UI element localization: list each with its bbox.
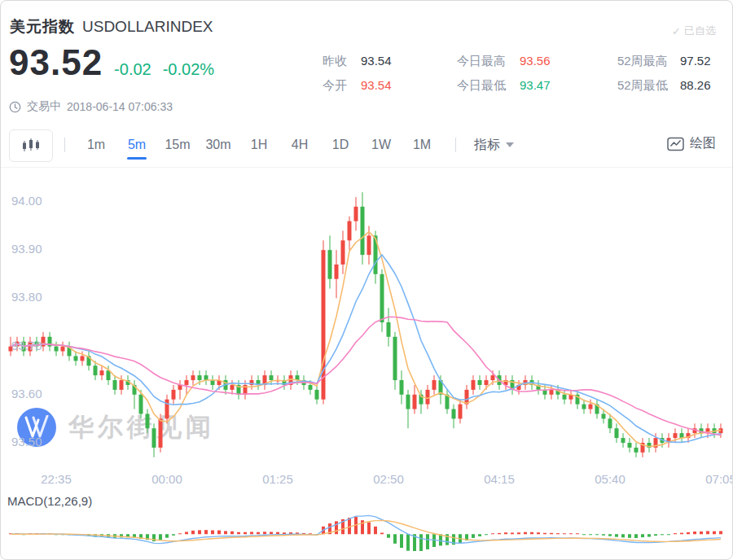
toolbar: 1m5m15m30m1H4H1D1W1M 指标	[76, 129, 514, 160]
x-axis-label: 01:25	[262, 472, 293, 486]
x-axis-label: 22:35	[41, 472, 72, 486]
stat-52周最高: 52周最高97.52	[617, 49, 711, 73]
toolbar-divider	[64, 138, 65, 152]
macd-lines	[11, 515, 721, 543]
last-price: 93.52	[9, 45, 103, 81]
stat-今开: 今开93.54	[323, 73, 392, 98]
price-chart-area[interactable]: 华尔街见闻 94.0093.9093.8093.7093.6093.50	[1, 167, 733, 470]
stat-value: 88.26	[680, 78, 711, 92]
indicator-dropdown[interactable]: 指标	[474, 137, 514, 154]
stat-今日最低: 今日最低93.47	[457, 73, 551, 98]
check-icon: ✓	[672, 25, 681, 37]
stat-label: 52周最高	[617, 49, 680, 73]
toolbar-divider	[455, 138, 456, 152]
stat-昨收: 昨收93.54	[323, 49, 392, 73]
stat-label: 昨收	[323, 49, 361, 73]
stat-label: 52周最低	[617, 73, 680, 98]
draw-icon	[667, 137, 684, 151]
y-axis-label: 93.70	[11, 339, 42, 352]
stat-value: 93.47	[520, 78, 551, 92]
y-axis-label: 93.80	[11, 290, 42, 304]
interval-group: 1m5m15m30m1H4H1D1W1M	[76, 138, 442, 152]
ma5-line	[11, 232, 721, 447]
y-axis-label: 94.00	[11, 194, 42, 208]
app-frame: 美元指数USDOLLARINDEX ✓ 已自选 93.52 -0.02 -0.0…	[0, 0, 733, 560]
caret-down-icon	[506, 142, 514, 147]
interval-1W[interactable]: 1W	[361, 138, 402, 152]
stat-column: 昨收93.54今开93.54	[323, 49, 392, 98]
ma-lines-group	[11, 232, 721, 447]
draw-button[interactable]: 绘图	[667, 135, 716, 152]
watchlist-toggle[interactable]: ✓ 已自选	[672, 24, 716, 38]
stat-label: 今日最低	[457, 73, 520, 98]
macd-chart[interactable]	[1, 514, 733, 556]
candles-group	[9, 192, 723, 457]
quote-price-row: 93.52 -0.02 -0.02%	[9, 45, 214, 81]
interval-5m[interactable]: 5m	[116, 138, 157, 152]
stat-value: 93.56	[520, 54, 551, 68]
interval-30m[interactable]: 30m	[198, 138, 239, 152]
candlestick-icon	[21, 138, 41, 154]
symbol-name-en: USDOLLARINDEX	[82, 18, 213, 35]
macd-label: MACD(12,26,9)	[7, 494, 92, 508]
ma10-line	[11, 255, 721, 442]
x-axis-label: 04:15	[484, 472, 515, 486]
stat-column: 今日最高93.56今日最低93.47	[457, 49, 551, 98]
stat-label: 今开	[323, 73, 361, 98]
stat-value: 93.54	[361, 54, 392, 68]
chart-type-button[interactable]	[9, 129, 53, 162]
y-axis-label: 93.50	[11, 435, 42, 448]
x-axis-label: 00:00	[151, 472, 182, 486]
symbol-name-cn: 美元指数	[10, 18, 75, 35]
interval-1H[interactable]: 1H	[239, 138, 279, 152]
watchlist-label: 已自选	[684, 24, 716, 38]
stat-value: 93.54	[361, 78, 392, 92]
status-text: 交易中	[27, 99, 61, 114]
price-change: -0.02	[114, 60, 151, 79]
y-axis-label: 93.60	[11, 387, 42, 400]
main-chart[interactable]	[1, 168, 733, 470]
indicator-label: 指标	[474, 137, 500, 154]
interval-4H[interactable]: 4H	[279, 138, 320, 152]
interval-1D[interactable]: 1D	[320, 138, 361, 152]
trading-status: 交易中 2018-06-14 07:06:33	[9, 99, 173, 114]
price-change-pct: -0.02%	[163, 60, 214, 79]
stat-value: 97.52	[680, 54, 711, 68]
interval-15m[interactable]: 15m	[157, 138, 198, 152]
y-axis-label: 93.90	[11, 242, 42, 256]
status-datetime: 2018-06-14 07:06:33	[67, 100, 173, 113]
interval-1m[interactable]: 1m	[76, 138, 116, 152]
draw-label: 绘图	[690, 135, 716, 152]
stat-label: 今日最高	[457, 49, 520, 73]
stat-今日最高: 今日最高93.56	[457, 49, 551, 73]
clock-icon	[9, 101, 21, 113]
x-axis-label: 07:05	[705, 472, 733, 486]
ma20-line	[11, 317, 721, 435]
stat-52周最低: 52周最低88.26	[617, 73, 711, 98]
x-axis: 22:3500:0001:2502:5004:1505:4007:05	[1, 472, 733, 490]
x-axis-label: 05:40	[595, 472, 625, 486]
x-axis-label: 02:50	[373, 472, 404, 486]
interval-1M[interactable]: 1M	[402, 138, 442, 152]
page-title: 美元指数USDOLLARINDEX	[10, 16, 213, 37]
stat-column: 52周最高97.5252周最低88.26	[617, 49, 711, 98]
